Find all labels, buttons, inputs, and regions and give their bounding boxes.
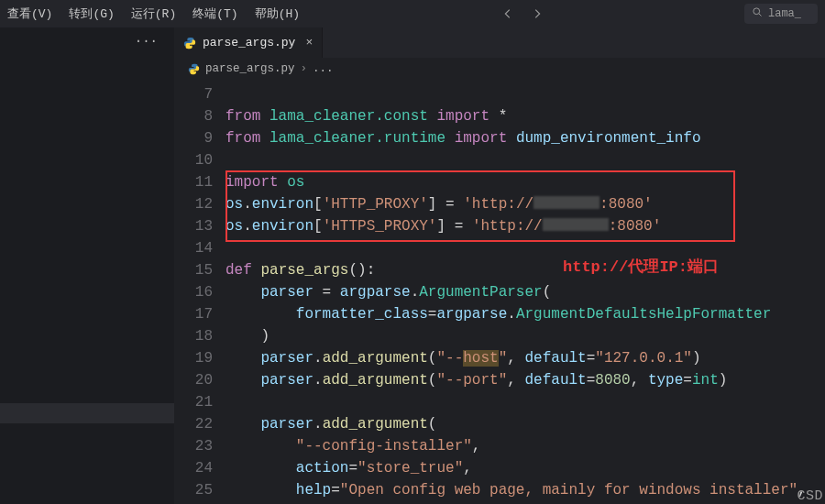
tab-bar: parse_args.py × xyxy=(174,27,825,58)
watermark: CSD xyxy=(797,488,823,504)
line-number: 7 xyxy=(174,83,226,105)
tab-label: parse_args.py xyxy=(203,36,295,49)
line-content xyxy=(226,391,825,413)
line-content: formatter_class=argparse.ArgumentDefault… xyxy=(226,303,825,325)
line-number: 9 xyxy=(174,127,226,149)
search-input[interactable]: lama_ xyxy=(744,4,818,24)
line-content xyxy=(226,237,825,259)
editor: parse_args.py × parse_args.py › ... http… xyxy=(174,27,825,504)
search-text: lama_ xyxy=(768,7,801,20)
close-icon[interactable]: × xyxy=(305,36,313,49)
line-content xyxy=(226,83,825,105)
line-content: from lama_cleaner.const import * xyxy=(226,105,825,127)
line-number: 24 xyxy=(174,457,226,479)
redacted-ip xyxy=(543,218,609,231)
line-number: 25 xyxy=(174,479,226,501)
code-line: 20 parser.add_argument("--port", default… xyxy=(174,369,825,391)
code-line: 12os.environ['HTTP_PROXY'] = 'http://:80… xyxy=(174,193,825,215)
code-line: 19 parser.add_argument("--host", default… xyxy=(174,347,825,369)
code-line: 9from lama_cleaner.runtime import dump_e… xyxy=(174,127,825,149)
line-content: action="store_true", xyxy=(226,457,825,479)
code-line: 10 xyxy=(174,149,825,171)
line-number: 10 xyxy=(174,149,226,171)
breadcrumb-file: parse_args.py xyxy=(205,62,295,75)
line-content: import os xyxy=(226,171,825,193)
code-line: 22 parser.add_argument( xyxy=(174,413,825,435)
line-content: def parse_args(): xyxy=(226,259,825,281)
redacted-ip xyxy=(534,196,600,209)
python-file-icon xyxy=(183,37,196,49)
breadcrumb-more: ... xyxy=(313,62,334,75)
menu-item-0[interactable]: 查看(V) xyxy=(7,5,52,22)
line-number: 13 xyxy=(174,215,226,237)
python-file-icon xyxy=(187,62,200,75)
line-content: parser.add_argument( xyxy=(226,413,825,435)
sidebar-actions[interactable]: ··· xyxy=(0,27,174,55)
svg-point-0 xyxy=(754,8,760,15)
code-area[interactable]: http://代理IP:端口 78from lama_cleaner.const… xyxy=(174,80,825,504)
breadcrumb-sep: › xyxy=(301,62,308,75)
line-number: 22 xyxy=(174,413,226,435)
line-content: from lama_cleaner.runtime import dump_en… xyxy=(226,127,825,149)
sidebar-item[interactable] xyxy=(0,403,174,423)
menu-bar: 查看(V)转到(G)运行(R)终端(T)帮助(H) lama_ xyxy=(0,0,825,27)
line-content: parser.add_argument("--host", default="1… xyxy=(226,347,825,369)
breadcrumb[interactable]: parse_args.py › ... xyxy=(174,58,825,80)
nav-center xyxy=(300,7,744,20)
code-line: 16 parser = argparse.ArgumentParser( xyxy=(174,281,825,303)
line-number: 12 xyxy=(174,193,226,215)
line-number: 23 xyxy=(174,435,226,457)
menu-item-3[interactable]: 终端(T) xyxy=(192,5,237,22)
line-content: parser.add_argument("--port", default=80… xyxy=(226,369,825,391)
line-number: 21 xyxy=(174,391,226,413)
line-content: help="Open config web page, mainly for w… xyxy=(226,479,825,501)
tab-parse-args[interactable]: parse_args.py × xyxy=(174,27,323,58)
code-line: 15def parse_args(): xyxy=(174,259,825,281)
code-line: 25 help="Open config web page, mainly fo… xyxy=(174,479,825,501)
line-number: 15 xyxy=(174,259,226,281)
line-number: 20 xyxy=(174,369,226,391)
menu-item-4[interactable]: 帮助(H) xyxy=(255,5,300,22)
code-line: 24 action="store_true", xyxy=(174,457,825,479)
line-content: ) xyxy=(226,325,825,347)
code-line: 18 ) xyxy=(174,325,825,347)
line-content: "--config-installer", xyxy=(226,435,825,457)
menu-items: 查看(V)转到(G)运行(R)终端(T)帮助(H) xyxy=(7,5,300,22)
svg-line-1 xyxy=(759,14,762,16)
line-content: os.environ['HTTP_PROXY'] = 'http://:8080… xyxy=(226,193,825,215)
code-line: 8from lama_cleaner.const import * xyxy=(174,105,825,127)
sidebar: ··· xyxy=(0,27,174,504)
code-line: 14 xyxy=(174,237,825,259)
code-line: 7 xyxy=(174,83,825,105)
code-line: 11import os xyxy=(174,171,825,193)
line-number: 18 xyxy=(174,325,226,347)
menu-item-1[interactable]: 转到(G) xyxy=(69,5,114,22)
line-number: 11 xyxy=(174,171,226,193)
code-line: 23 "--config-installer", xyxy=(174,435,825,457)
line-number: 14 xyxy=(174,237,226,259)
code-line: 13os.environ['HTTPS_PROXY'] = 'http://:8… xyxy=(174,215,825,237)
line-content: parser = argparse.ArgumentParser( xyxy=(226,281,825,303)
line-content: os.environ['HTTPS_PROXY'] = 'http://:808… xyxy=(226,215,825,237)
code-line: 17 formatter_class=argparse.ArgumentDefa… xyxy=(174,303,825,325)
menu-item-2[interactable]: 运行(R) xyxy=(131,5,176,22)
code-line: 21 xyxy=(174,391,825,413)
line-content xyxy=(226,149,825,171)
line-number: 8 xyxy=(174,105,226,127)
search-icon xyxy=(752,6,763,21)
nav-forward-icon[interactable] xyxy=(531,7,544,20)
line-number: 19 xyxy=(174,347,226,369)
line-number: 16 xyxy=(174,281,226,303)
sidebar-body xyxy=(0,55,174,504)
nav-back-icon[interactable] xyxy=(501,7,514,20)
line-number: 17 xyxy=(174,303,226,325)
